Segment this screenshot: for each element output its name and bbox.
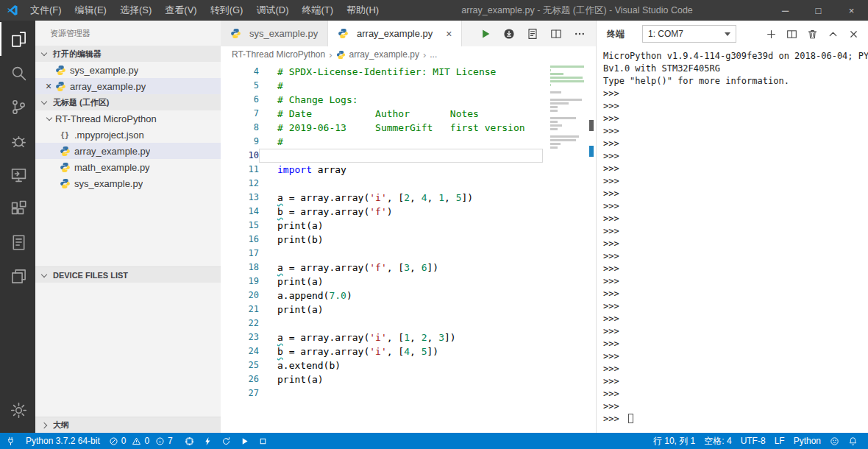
menu-item-3[interactable]: 查看(V) bbox=[158, 0, 203, 21]
minimap-line bbox=[550, 80, 584, 82]
line-number: 10 bbox=[221, 149, 259, 163]
more-actions-icon[interactable] bbox=[574, 28, 586, 40]
code-line-7[interactable]: 7# Date Author Notes bbox=[221, 107, 596, 121]
encoding[interactable]: UTF-8 bbox=[736, 433, 770, 449]
activity-source-control-button[interactable] bbox=[0, 90, 35, 124]
terminal-selector[interactable]: 1: COM7 bbox=[642, 25, 736, 43]
code-line-4[interactable]: 4# SPDX-License-Identifier: MIT License bbox=[221, 65, 596, 79]
terminal-input-line[interactable]: >>> bbox=[603, 413, 868, 425]
board-button[interactable] bbox=[180, 433, 199, 449]
python-interpreter[interactable]: Python 3.7.2 64-bit bbox=[21, 433, 104, 449]
tab-terminal[interactable]: 终端 bbox=[607, 28, 625, 40]
indentation[interactable]: 空格: 4 bbox=[700, 433, 736, 449]
code-line-25[interactable]: 25a.extend(b) bbox=[221, 358, 596, 372]
section-device-files-list[interactable]: DEVICE FILES LIST bbox=[35, 266, 221, 283]
tree-folder-rt-thread-micropython[interactable]: RT-Thread MicroPython bbox=[35, 110, 221, 127]
code-line-10[interactable]: 10 bbox=[221, 149, 596, 163]
code-line-20[interactable]: 20a.append(7.0) bbox=[221, 289, 596, 303]
code-line-8[interactable]: 8# 2019-06-13 SummerGift first version bbox=[221, 121, 596, 135]
new-terminal-icon[interactable] bbox=[766, 29, 777, 40]
breadcrumb-item-0[interactable]: RT-Thread MicroPython bbox=[232, 49, 325, 60]
open-preview-icon[interactable] bbox=[527, 28, 538, 40]
scrollbar-thumb[interactable] bbox=[589, 120, 594, 131]
breadcrumb-item-2[interactable]: ... bbox=[430, 49, 437, 60]
close-tab-icon[interactable]: × bbox=[446, 28, 452, 40]
code-line-23[interactable]: 23a = array.array('i', [1, 2, 3]) bbox=[221, 330, 596, 344]
menu-item-7[interactable]: 帮助(H) bbox=[340, 0, 385, 21]
code-line-18[interactable]: 18a = array.array('f', [3, 6]) bbox=[221, 261, 596, 275]
tree-item-sys_example.py[interactable]: sys_example.py bbox=[35, 175, 221, 191]
menu-item-0[interactable]: 文件(F) bbox=[24, 0, 68, 21]
code-editor[interactable]: 4# SPDX-License-Identifier: MIT License5… bbox=[221, 63, 596, 433]
status-bar-right: 行 10, 列 1 空格: 4 UTF-8 LF Python bbox=[649, 433, 868, 449]
stop-program-button[interactable] bbox=[254, 433, 272, 449]
code-line-24[interactable]: 24b = array.array('i', [4, 5]) bbox=[221, 344, 596, 358]
activity-projects-button[interactable] bbox=[0, 259, 35, 293]
minimap[interactable] bbox=[550, 66, 586, 154]
section-workspace[interactable]: 无标题 (工作区) bbox=[35, 94, 221, 110]
tree-item-.mpyproject.json[interactable]: {}.mpyproject.json bbox=[35, 127, 221, 143]
open-editor-item-array_example.py[interactable]: ×array_example.py bbox=[35, 78, 221, 94]
code-line-21[interactable]: 21print(a) bbox=[221, 303, 596, 317]
code-line-22[interactable]: 22 bbox=[221, 317, 596, 330]
section-outline[interactable]: 大纲 bbox=[35, 417, 221, 433]
activity-debug-button[interactable] bbox=[0, 124, 35, 158]
download-to-board-icon[interactable] bbox=[503, 28, 515, 40]
menu-item-5[interactable]: 调试(D) bbox=[249, 0, 295, 21]
tab-sys_example.py[interactable]: sys_example.py bbox=[221, 21, 328, 46]
run-program-button[interactable] bbox=[235, 433, 254, 449]
flash-button[interactable] bbox=[199, 433, 217, 449]
debug-icon bbox=[10, 132, 27, 149]
code-line-13[interactable]: 13a = array.array('i', [2, 4, 1, 5]) bbox=[221, 191, 596, 205]
split-terminal-icon[interactable] bbox=[786, 29, 797, 40]
eol-sequence[interactable]: LF bbox=[770, 433, 789, 449]
close-window-button[interactable]: × bbox=[835, 0, 868, 21]
close-panel-icon[interactable] bbox=[848, 29, 859, 40]
code-line-17[interactable]: 17 bbox=[221, 247, 596, 261]
overview-ruler[interactable] bbox=[587, 63, 596, 433]
code-line-19[interactable]: 19print(a) bbox=[221, 275, 596, 289]
tree-item-math_example.py[interactable]: math_example.py bbox=[35, 159, 221, 175]
activity-explorer-button[interactable] bbox=[0, 22, 35, 56]
code-line-14[interactable]: 14b = array.array('f') bbox=[221, 205, 596, 219]
sync-button[interactable] bbox=[217, 433, 235, 449]
breadcrumb[interactable]: RT-Thread MicroPython›array_example.py›.… bbox=[221, 46, 596, 63]
open-editor-item-sys_example.py[interactable]: sys_example.py bbox=[35, 62, 221, 78]
code-line-6[interactable]: 6# Change Logs: bbox=[221, 93, 596, 107]
feedback-button[interactable] bbox=[825, 433, 844, 449]
close-editor-icon[interactable]: × bbox=[43, 80, 54, 92]
minimize-button[interactable]: ─ bbox=[769, 0, 802, 21]
section-open-editors[interactable]: 打开的编辑器 bbox=[35, 46, 221, 62]
tree-item-array_example.py[interactable]: array_example.py bbox=[35, 143, 221, 159]
menu-item-4[interactable]: 转到(G) bbox=[204, 0, 250, 21]
activity-extensions-button[interactable] bbox=[0, 191, 35, 225]
code-line-26[interactable]: 26print(a) bbox=[221, 372, 596, 386]
menu-item-2[interactable]: 选择(S) bbox=[113, 0, 158, 21]
split-editor-icon[interactable] bbox=[550, 28, 562, 40]
code-line-5[interactable]: 5# bbox=[221, 79, 596, 93]
code-line-9[interactable]: 9# bbox=[221, 135, 596, 149]
terminal-output[interactable]: MicroPython v1.9.4-114-g309fe39d on 2018… bbox=[597, 47, 868, 433]
maximize-button[interactable]: □ bbox=[802, 0, 835, 21]
maximize-panel-icon[interactable] bbox=[828, 29, 839, 40]
activity-remote-button[interactable] bbox=[0, 158, 35, 191]
code-line-12[interactable]: 12 bbox=[221, 177, 596, 191]
code-line-15[interactable]: 15print(a) bbox=[221, 219, 596, 233]
menu-item-6[interactable]: 终端(T) bbox=[295, 0, 340, 21]
code-line-11[interactable]: 11import array bbox=[221, 163, 596, 177]
problems-indicator[interactable]: 0 0 7 bbox=[104, 433, 180, 449]
code-line-16[interactable]: 16print(b) bbox=[221, 233, 596, 247]
menu-item-1[interactable]: 编辑(E) bbox=[68, 0, 113, 21]
run-icon[interactable] bbox=[480, 28, 491, 40]
code-line-27[interactable]: 27 bbox=[221, 386, 596, 400]
breadcrumb-item-1[interactable]: array_example.py bbox=[349, 49, 419, 60]
notifications-button[interactable] bbox=[844, 433, 862, 449]
cursor-position[interactable]: 行 10, 列 1 bbox=[649, 433, 700, 449]
tab-array_example.py[interactable]: array_example.py × bbox=[328, 21, 462, 46]
kill-terminal-icon[interactable] bbox=[807, 29, 818, 40]
activity-settings-button[interactable] bbox=[0, 393, 35, 427]
remote-indicator[interactable] bbox=[0, 433, 21, 449]
language-mode[interactable]: Python bbox=[789, 433, 825, 449]
activity-notes-button[interactable] bbox=[0, 225, 35, 259]
activity-search-button[interactable] bbox=[0, 56, 35, 90]
